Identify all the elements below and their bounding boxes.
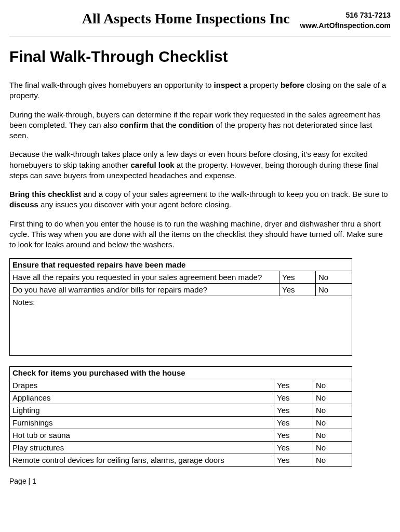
no-cell: No <box>313 454 352 467</box>
item-cell: Lighting <box>10 404 274 417</box>
table-row: Appliances Yes No <box>10 392 352 404</box>
website-url: www.ArtOfInspection.com <box>300 21 391 31</box>
table-row: Remote control devices for ceiling fans,… <box>10 454 352 467</box>
table-header-row: Ensure that requested repairs have been … <box>10 259 352 271</box>
no-cell: No <box>316 271 352 284</box>
item-cell: Hot tub or sauna <box>10 429 274 442</box>
intro-paragraph-5: First thing to do when you enter the hou… <box>9 219 391 250</box>
notes-cell: Notes: <box>10 296 352 356</box>
yes-cell: Yes <box>274 417 313 429</box>
item-cell: Drapes <box>10 379 274 392</box>
yes-cell: Yes <box>274 442 313 454</box>
item-cell: Furnishings <box>10 417 274 429</box>
no-cell: No <box>313 442 352 454</box>
header-divider <box>9 36 391 36</box>
no-cell: No <box>313 404 352 417</box>
question-cell: Do you have all warranties and/or bills … <box>10 284 279 296</box>
yes-cell: Yes <box>279 284 316 296</box>
phone-number: 516 731-7213 <box>300 10 391 21</box>
company-name: All Aspects Home Inspections Inc <box>9 10 300 27</box>
question-cell: Have all the repairs you requested in yo… <box>10 271 279 284</box>
document-title: Final Walk-Through Checklist <box>9 48 391 65</box>
page-footer: Page | 1 <box>9 477 391 485</box>
table-row: Do you have all warranties and/or bills … <box>10 284 352 296</box>
intro-paragraph-4: Bring this checklist and a copy of your … <box>9 189 391 210</box>
repairs-header: Ensure that requested repairs have been … <box>10 259 352 271</box>
items-header: Check for items you purchased with the h… <box>10 367 352 379</box>
item-cell: Remote control devices for ceiling fans,… <box>10 454 274 467</box>
intro-paragraph-2: During the walk-through, buyers can dete… <box>9 110 391 141</box>
yes-cell: Yes <box>274 429 313 442</box>
yes-cell: Yes <box>274 404 313 417</box>
table-row: Furnishings Yes No <box>10 417 352 429</box>
notes-row: Notes: <box>10 296 352 356</box>
no-cell: No <box>313 417 352 429</box>
no-cell: No <box>313 429 352 442</box>
no-cell: No <box>316 284 352 296</box>
table-row: Hot tub or sauna Yes No <box>10 429 352 442</box>
table-header-row: Check for items you purchased with the h… <box>10 367 352 379</box>
intro-paragraph-1: The final walk-through gives homebuyers … <box>9 80 391 101</box>
yes-cell: Yes <box>279 271 316 284</box>
table-row: Drapes Yes No <box>10 379 352 392</box>
intro-paragraph-3: Because the walk-through takes place onl… <box>9 149 391 181</box>
no-cell: No <box>313 379 352 392</box>
table-row: Have all the repairs you requested in yo… <box>10 271 352 284</box>
item-cell: Play structures <box>10 442 274 454</box>
yes-cell: Yes <box>274 392 313 404</box>
no-cell: No <box>313 392 352 404</box>
item-cell: Appliances <box>10 392 274 404</box>
items-table: Check for items you purchased with the h… <box>9 366 352 467</box>
contact-block: 516 731-7213 www.ArtOfInspection.com <box>300 10 391 31</box>
yes-cell: Yes <box>274 454 313 467</box>
repairs-table: Ensure that requested repairs have been … <box>9 258 352 356</box>
document-header: All Aspects Home Inspections Inc 516 731… <box>9 10 391 31</box>
table-row: Play structures Yes No <box>10 442 352 454</box>
table-row: Lighting Yes No <box>10 404 352 417</box>
yes-cell: Yes <box>274 379 313 392</box>
